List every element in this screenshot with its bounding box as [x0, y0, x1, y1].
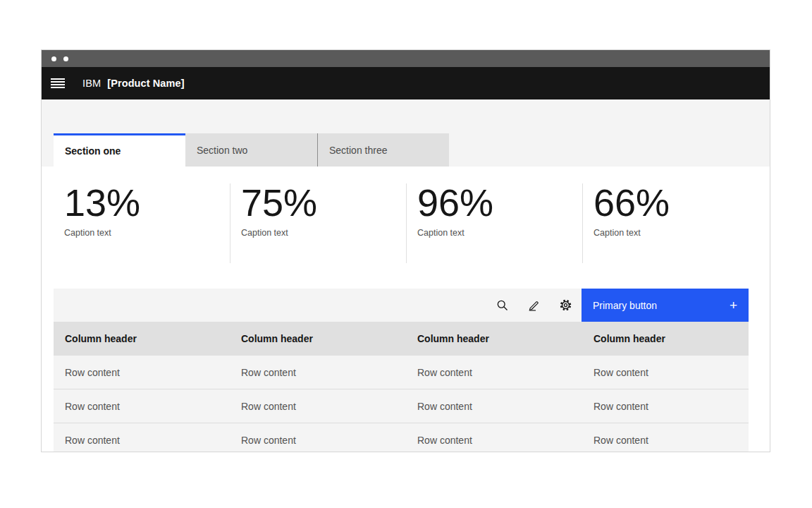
table-cell: Row content: [230, 389, 406, 423]
table-cell: Row content: [54, 423, 230, 452]
settings-icon: [560, 299, 572, 311]
search-button[interactable]: [486, 289, 518, 322]
stat-card: 75% Caption text: [230, 183, 406, 263]
table-cell: Row content: [54, 356, 230, 389]
table-cell: Row content: [406, 389, 582, 423]
menu-icon[interactable]: [51, 78, 65, 89]
tab-panel: 13% Caption text 75% Caption text 96% Ca…: [42, 167, 770, 452]
window-control-dot: [63, 56, 68, 61]
data-table: Primary button + Column header Column he…: [54, 289, 749, 452]
table-row: Row content Row content Row content Row …: [54, 356, 749, 389]
tab-section-two[interactable]: Section two: [185, 133, 317, 167]
stat-value: 13%: [64, 183, 230, 222]
primary-button-label: Primary button: [593, 300, 657, 311]
settings-button[interactable]: [550, 289, 582, 322]
table-cell: Row content: [230, 356, 406, 389]
edit-button[interactable]: [518, 289, 550, 322]
stat-value: 75%: [241, 183, 406, 222]
table-cell: Row content: [406, 356, 582, 389]
window-titlebar: [42, 50, 770, 67]
app-title: IBM [Product Name]: [82, 78, 185, 89]
table-cell: Row content: [582, 356, 749, 389]
add-icon: +: [730, 298, 737, 312]
app-header: IBM [Product Name]: [42, 67, 770, 99]
page-content: Section one Section two Section three 13…: [42, 99, 770, 452]
product-name-label: [Product Name]: [107, 78, 184, 89]
column-header[interactable]: Column header: [406, 322, 582, 356]
table-toolbar: Primary button +: [54, 289, 749, 322]
stat-value: 96%: [417, 183, 582, 222]
stat-card: 66% Caption text: [582, 183, 758, 263]
stat-value: 66%: [593, 183, 758, 222]
stat-caption: Caption text: [417, 228, 582, 238]
stats-row: 13% Caption text 75% Caption text 96% Ca…: [54, 167, 770, 263]
table-row: Row content Row content Row content Row …: [54, 423, 749, 452]
table-header-row: Column header Column header Column heade…: [54, 322, 749, 356]
window-control-dot: [51, 56, 56, 61]
stat-caption: Caption text: [64, 228, 230, 238]
brand-label: IBM: [82, 78, 101, 89]
edit-icon: [528, 299, 540, 311]
stat-caption: Caption text: [241, 228, 406, 238]
table-cell: Row content: [582, 389, 749, 423]
search-icon: [496, 299, 508, 311]
stat-caption: Caption text: [593, 228, 758, 238]
tab-section-one[interactable]: Section one: [54, 133, 185, 167]
browser-window: IBM [Product Name] Section one Section t…: [41, 49, 770, 452]
column-header[interactable]: Column header: [582, 322, 749, 356]
stat-card: 13% Caption text: [54, 183, 230, 263]
tabs: Section one Section two Section three: [54, 133, 449, 167]
table-cell: Row content: [230, 423, 406, 452]
tab-bar: Section one Section two Section three: [42, 99, 770, 167]
table-cell: Row content: [54, 389, 230, 423]
tab-section-three[interactable]: Section three: [317, 133, 449, 167]
primary-button[interactable]: Primary button +: [582, 289, 749, 322]
table-row: Row content Row content Row content Row …: [54, 389, 749, 423]
stat-card: 96% Caption text: [406, 183, 582, 263]
table-cell: Row content: [406, 423, 582, 452]
column-header[interactable]: Column header: [54, 322, 230, 356]
table-cell: Row content: [582, 423, 749, 452]
column-header[interactable]: Column header: [230, 322, 406, 356]
